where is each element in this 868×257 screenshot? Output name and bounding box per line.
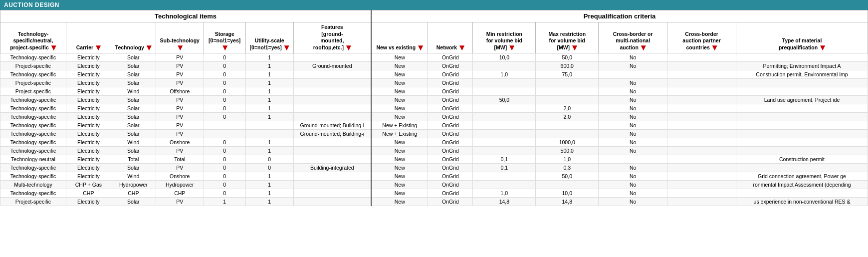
cell-technology: Solar: [111, 95, 156, 104]
table-row: Project-specificElectricitySolarPV01NewO…: [0, 78, 868, 87]
col-carrier: Carrier: [66, 22, 111, 53]
cell-carrier: Electricity: [66, 163, 111, 172]
cell-cross_partner: [667, 112, 736, 121]
cell-cross_partner: [667, 155, 736, 163]
cell-material: [736, 87, 868, 95]
cell-new_existing: New: [371, 146, 428, 155]
cell-max_restrict: 2,0: [536, 112, 599, 121]
cell-material: [736, 138, 868, 146]
col-sub-technology: Sub-technology: [156, 22, 204, 53]
cell-tech_neutral: Technology-specific: [0, 121, 66, 129]
cell-technology: Solar: [111, 146, 156, 155]
cell-min_restrict: [473, 78, 536, 87]
cell-tech_neutral: Technology-specific: [0, 163, 66, 172]
cell-material: [736, 104, 868, 112]
cell-technology: Wind: [111, 172, 156, 180]
cell-min_restrict: [473, 121, 536, 129]
cell-cross_partner: [667, 104, 736, 112]
cell-features: Ground-mounted: [293, 61, 371, 70]
cell-features: [293, 197, 371, 206]
cell-cross_partner: [667, 121, 736, 129]
cell-tech_neutral: Technology-neutral: [0, 155, 66, 163]
cell-utility: 0: [245, 163, 293, 172]
cell-storage: [204, 121, 245, 129]
cell-storage: 0: [204, 78, 245, 87]
cell-new_existing: New: [371, 138, 428, 146]
cell-network: OnGrid: [428, 78, 473, 87]
cell-new_existing: New: [371, 95, 428, 104]
cell-network: OnGrid: [428, 197, 473, 206]
filter-arrow-new-existing: [418, 45, 423, 50]
cell-features: [293, 87, 371, 95]
cell-cross_partner: [667, 70, 736, 78]
cell-max_restrict: [536, 121, 599, 129]
cell-material: [736, 121, 868, 129]
cell-sub_technology: PV: [156, 163, 204, 172]
filter-arrow-sub-technology: [178, 45, 183, 50]
cell-network: OnGrid: [428, 129, 473, 138]
cell-min_restrict: 1,0: [473, 189, 536, 197]
cell-utility: 1: [245, 180, 293, 189]
cell-network: OnGrid: [428, 70, 473, 78]
table-row: Technology-specificElectricitySolarPV01N…: [0, 104, 868, 112]
cell-cross_partner: [667, 138, 736, 146]
filter-arrow-carrier: [96, 45, 101, 50]
cell-technology: Solar: [111, 104, 156, 112]
cell-material: us experience in non-conventional RES &: [736, 197, 868, 206]
cell-max_restrict: [536, 129, 599, 138]
cell-technology: Hydropower: [111, 180, 156, 189]
filter-arrow-technology: [147, 45, 152, 50]
table-row: Multi-technologyCHP + GasHydropowerHydro…: [0, 180, 868, 189]
cell-new_existing: New + Existing: [371, 121, 428, 129]
cell-sub_technology: CHP: [156, 189, 204, 197]
cell-sub_technology: PV: [156, 112, 204, 121]
cell-technology: Solar: [111, 70, 156, 78]
cell-storage: 0: [204, 70, 245, 78]
cell-max_restrict: 50,0: [536, 53, 599, 61]
cell-new_existing: New + Existing: [371, 129, 428, 138]
cell-network: OnGrid: [428, 95, 473, 104]
cell-material: ronmental Impact Assessment (depending: [736, 180, 868, 189]
cell-carrier: Electricity: [66, 172, 111, 180]
cell-storage: 1: [204, 197, 245, 206]
cell-features: [293, 189, 371, 197]
cell-max_restrict: [536, 78, 599, 87]
cell-utility: 1: [245, 95, 293, 104]
cell-utility: 1: [245, 78, 293, 87]
cell-new_existing: New: [371, 70, 428, 78]
cell-features: [293, 104, 371, 112]
cell-new_existing: New: [371, 197, 428, 206]
filter-arrow-cross-multi: [641, 45, 646, 50]
cell-storage: 0: [204, 146, 245, 155]
cell-features: [293, 138, 371, 146]
cell-min_restrict: [473, 138, 536, 146]
table-body: Technology-specificElectricitySolarPV01N…: [0, 53, 868, 206]
col-cross-multi: Cross-border ormulti-nationalauction: [599, 22, 667, 53]
cell-sub_technology: PV: [156, 70, 204, 78]
cell-max_restrict: 75,0: [536, 70, 599, 78]
cell-network: OnGrid: [428, 155, 473, 163]
table-row: Technology-neutralElectricityTotalTotal0…: [0, 155, 868, 163]
cell-tech_neutral: Technology-specific: [0, 95, 66, 104]
cell-new_existing: New: [371, 78, 428, 87]
filter-arrow-min-restrict: [509, 45, 514, 50]
cell-tech_neutral: Technology-specific: [0, 138, 66, 146]
filter-arrow-features: [346, 45, 351, 50]
cell-tech_neutral: Multi-technology: [0, 180, 66, 189]
cell-storage: [204, 129, 245, 138]
table-row: Technology-specificElectricitySolarPVGro…: [0, 129, 868, 138]
cell-tech_neutral: Project-specific: [0, 87, 66, 95]
cell-utility: 1: [245, 197, 293, 206]
cell-cross_partner: [667, 78, 736, 87]
filter-arrow-network: [459, 45, 464, 50]
cell-sub_technology: Total: [156, 155, 204, 163]
cell-features: [293, 95, 371, 104]
cell-max_restrict: 50,0: [536, 172, 599, 180]
cell-cross_multi: No: [599, 87, 667, 95]
cell-utility: 1: [245, 104, 293, 112]
cell-max_restrict: [536, 95, 599, 104]
cell-cross_partner: [667, 146, 736, 155]
cell-min_restrict: [473, 87, 536, 95]
cell-utility: 1: [245, 189, 293, 197]
cell-network: OnGrid: [428, 104, 473, 112]
